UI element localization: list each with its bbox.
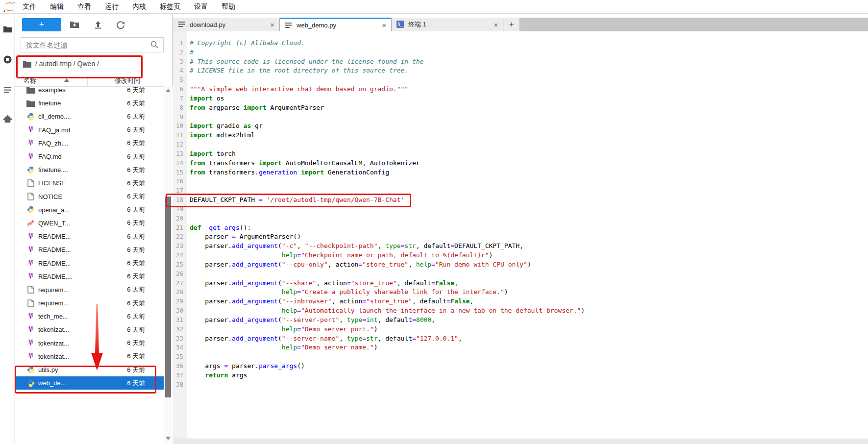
code-editor[interactable]: 1# Copyright (c) Alibaba Cloud.2#3# This…	[173, 31, 868, 439]
code-line[interactable]: 10import gradio as gr	[173, 122, 868, 131]
code-line[interactable]: 33 parser.add_argument("--server-name", …	[173, 335, 868, 344]
code-line[interactable]: 2#	[173, 49, 868, 58]
code-line[interactable]: 31 parser.add_argument("--server-port", …	[173, 316, 868, 325]
file-row[interactable]: examples6 天前	[15, 87, 164, 97]
file-modified-time: 6 天前	[127, 259, 145, 268]
file-row[interactable]: openai_a...6 天前	[15, 203, 164, 217]
menu-item[interactable]: 文件	[16, 0, 43, 13]
refresh-icon[interactable]	[116, 20, 125, 29]
code-line[interactable]: 28 help="Create a publicly shareable lin…	[173, 288, 868, 297]
code-line[interactable]: 20	[173, 215, 868, 224]
code-text: from transformers.generation import Gene…	[185, 169, 389, 178]
search-icon	[150, 40, 159, 49]
code-line[interactable]: 22 parser = ArgumentParser()	[173, 233, 868, 242]
code-line[interactable]: 3# This source code is licensed under th…	[173, 58, 868, 67]
scroll-down-icon[interactable]	[166, 437, 171, 440]
file-modified-time: 6 天前	[127, 99, 145, 108]
code-line[interactable]: 32 help="Demo server port.")	[173, 325, 868, 335]
code-text: import gradio as gr	[185, 122, 263, 131]
code-line[interactable]: 21def _get_args():	[173, 224, 868, 233]
code-line[interactable]: 15from transformers.generation import Ge…	[173, 169, 868, 178]
menu-item[interactable]: 帮助	[215, 0, 242, 13]
file-row[interactable]: NOTICE6 天前	[15, 190, 164, 203]
code-line[interactable]: 13import torch	[173, 150, 868, 159]
file-row[interactable]: M▼README...6 天前	[15, 256, 164, 270]
code-line[interactable]: 5	[173, 76, 868, 85]
line-number: 14	[173, 159, 185, 169]
close-icon[interactable]: ×	[270, 21, 274, 29]
code-line[interactable]: 36 args = parser.parse_args()	[173, 362, 868, 371]
code-line[interactable]: 24 help="Checkpoint name or path, defaul…	[173, 251, 868, 261]
code-line[interactable]: 34 help="Demo server name.")	[173, 344, 868, 353]
menu-item[interactable]: 查看	[71, 0, 98, 13]
code-line[interactable]: 12	[173, 141, 868, 150]
filter-files-input[interactable]	[21, 37, 164, 52]
close-icon[interactable]: ×	[382, 21, 386, 29]
tab-终端-1[interactable]: $_终端 1×	[392, 18, 503, 31]
new-launcher-button[interactable]: +	[22, 18, 61, 31]
extensions-icon[interactable]	[3, 115, 12, 124]
file-name: FAQ_zh....	[38, 140, 68, 147]
new-folder-icon[interactable]	[70, 20, 79, 29]
file-browser-icon[interactable]	[3, 25, 12, 34]
table-of-contents-icon[interactable]	[3, 85, 12, 95]
file-modified-time: 6 天前	[127, 192, 145, 201]
file-row[interactable]: M▼FAQ.md6 天前	[15, 150, 164, 163]
file-row[interactable]: M▼FAQ_zh....6 天前	[15, 137, 164, 150]
file-row[interactable]: PDFQWEN_T...6 天前	[15, 217, 164, 230]
file-name: finetune....	[38, 166, 68, 173]
code-line[interactable]: 16	[173, 177, 868, 187]
tab-web_demo.py[interactable]: web_demo.py×	[280, 18, 392, 31]
code-line[interactable]: 1# Copyright (c) Alibaba Cloud.	[173, 39, 868, 49]
scroll-up-icon[interactable]	[166, 89, 171, 92]
code-line[interactable]: 26	[173, 270, 868, 279]
code-line[interactable]: 6"""A simple web interactive chat demo b…	[173, 85, 868, 95]
file-row[interactable]: M▼README...6 天前	[15, 243, 164, 256]
menu-item[interactable]: 标签页	[153, 0, 187, 13]
line-number: 28	[173, 288, 185, 297]
menu-item[interactable]: 编辑	[43, 0, 71, 13]
file-name: tokenizat...	[38, 340, 69, 347]
file-name: requirem...	[38, 299, 69, 307]
running-sessions-icon[interactable]	[3, 55, 12, 64]
file-row[interactable]: finetune6 天前	[15, 97, 164, 110]
scrollbar-thumb[interactable]	[165, 197, 171, 397]
menu-item[interactable]: 运行	[98, 0, 125, 13]
line-number: 31	[173, 316, 185, 325]
code-line[interactable]: 7import os	[173, 95, 868, 104]
code-text: def _get_args():	[185, 224, 251, 233]
code-line[interactable]: 29 parser.add_argument("--inbrowser", ac…	[173, 297, 868, 307]
code-line[interactable]: 38	[173, 381, 868, 390]
code-line[interactable]: 35	[173, 353, 868, 362]
file-row[interactable]: M▼README...6 天前	[15, 230, 164, 243]
upload-icon[interactable]	[93, 20, 103, 29]
code-line[interactable]: 4# LICENSE file in the root directory of…	[173, 67, 868, 76]
file-modified-time: 6 天前	[127, 339, 145, 347]
file-row[interactable]: M▼README....6 天前	[15, 270, 164, 283]
code-text: args = parser.parse_args()	[185, 362, 305, 371]
menu-item[interactable]: 设置	[187, 0, 215, 13]
code-line[interactable]: 27 parser.add_argument("--share", action…	[173, 279, 868, 289]
code-line[interactable]: 8from argparse import ArgumentParser	[173, 104, 868, 113]
file-row[interactable]: cli_demo....6 天前	[15, 110, 164, 123]
tab-download.py[interactable]: download.py×	[173, 18, 280, 31]
file-row[interactable]: LICENSE6 天前	[15, 176, 164, 190]
line-number: 38	[173, 381, 185, 390]
code-text	[185, 113, 190, 123]
code-line[interactable]: 25 parser.add_argument("--cpu-only", act…	[173, 261, 868, 270]
editor-bottom-scroll-area[interactable]	[173, 439, 868, 444]
close-icon[interactable]: ×	[494, 21, 498, 29]
file-list-scrollbar[interactable]	[164, 86, 173, 444]
new-tab-button[interactable]: +	[503, 18, 520, 31]
markdown-icon: M▼	[26, 272, 35, 281]
code-line[interactable]: 9	[173, 113, 868, 123]
code-line[interactable]: 11import mdtex2html	[173, 131, 868, 141]
menu-item[interactable]: 内核	[125, 0, 153, 13]
file-row[interactable]: requirem...6 天前	[15, 283, 164, 296]
file-row[interactable]: finetune....6 天前	[15, 163, 164, 176]
code-line[interactable]: 14from transformers import AutoModelForC…	[173, 159, 868, 169]
code-line[interactable]: 30 help="Automatically launch the interf…	[173, 307, 868, 316]
file-row[interactable]: M▼FAQ_ja.md6 天前	[15, 123, 164, 137]
code-line[interactable]: 37 return args	[173, 371, 868, 381]
code-line[interactable]: 23 parser.add_argument("-c", "--checkpoi…	[173, 242, 868, 251]
